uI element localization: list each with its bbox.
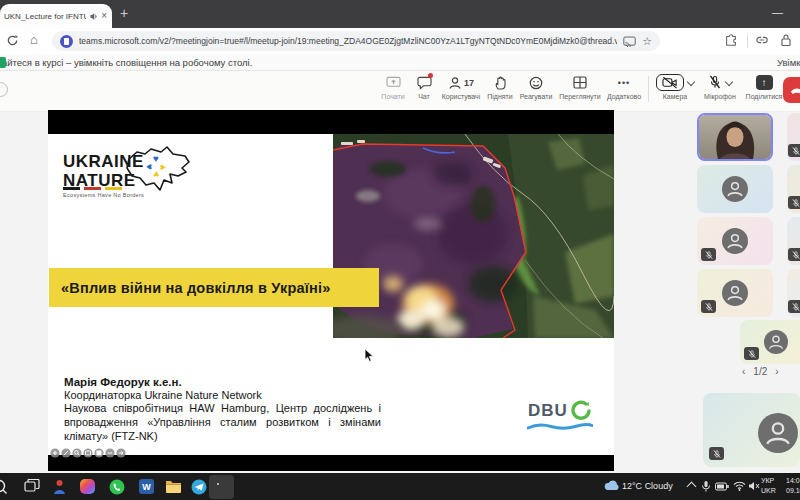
grid-view-icon: [573, 76, 587, 89]
slide-title-banner: «Вплив війни на довкілля в Україні»: [49, 268, 379, 307]
dbu-logo: DBU: [528, 400, 592, 422]
avatar-icon: [722, 228, 748, 254]
participant-video: [699, 115, 771, 159]
participant-tile[interactable]: [697, 165, 773, 213]
mic-muted-badge: [709, 447, 724, 460]
tab-title: UKN_Lecture for IFNTUNG: [4, 12, 86, 21]
notification-enable-button[interactable]: Увімк: [777, 57, 800, 68]
telegram-icon[interactable]: [191, 479, 207, 495]
raise-hand-icon: [494, 76, 507, 90]
dbu-text: DBU: [528, 401, 568, 421]
volume-muted-icon[interactable]: [748, 481, 760, 491]
tab-audio-icon[interactable]: [89, 12, 98, 21]
weather-text[interactable]: 12°C Cloudy: [622, 481, 673, 491]
notification-bar: айтеся в курсі – увімкніть сповіщення на…: [0, 54, 800, 71]
more-button[interactable]: ••• Додатково: [604, 74, 644, 100]
participant-tile[interactable]: [697, 217, 773, 265]
chat-button[interactable]: Чат: [410, 74, 438, 100]
weather-cloud-icon[interactable]: [604, 480, 620, 491]
toolbar-divider: [747, 34, 748, 48]
hangup-icon: [789, 84, 800, 96]
mic-muted-badge: [788, 196, 800, 209]
participant-tile-cut[interactable]: [787, 217, 800, 265]
home-icon[interactable]: ⌂: [30, 32, 38, 47]
copilot-icon[interactable]: [80, 479, 95, 494]
battery-icon[interactable]: [715, 482, 729, 491]
participant-tile-cut[interactable]: [787, 165, 800, 213]
whatsapp-icon[interactable]: [109, 479, 125, 495]
present-button[interactable]: Почати: [376, 74, 410, 100]
participant-tile[interactable]: [697, 269, 773, 317]
active-app-highlight: [209, 475, 234, 499]
presenter-toolbar[interactable]: [49, 447, 129, 459]
refresh-icon[interactable]: [6, 34, 19, 47]
pager-next-icon[interactable]: ›: [775, 366, 778, 377]
lock-icon[interactable]: [780, 33, 792, 47]
hangup-button[interactable]: [783, 77, 800, 103]
clover-heart-icon: ♥: [153, 154, 159, 164]
minimize-button[interactable]: —: [772, 6, 783, 18]
clover-heart-icon: ♥: [158, 164, 168, 170]
url-text[interactable]: teams.microsoft.com/v2/?meetingjoin=true…: [79, 36, 617, 46]
screen: UKN_Lecture for IFNTUNG × + — ⌂ teams.mi…: [0, 0, 800, 500]
satellite-image: [333, 134, 614, 338]
camera-tool-icon: [97, 451, 101, 455]
camera-button[interactable]: Камера: [653, 74, 697, 100]
language-top: УКР: [761, 476, 776, 486]
teams-controls: Почати Чат 17 Користувачі Підняти: [376, 74, 785, 102]
new-tab-button[interactable]: +: [120, 6, 128, 20]
view-button[interactable]: Переглянути: [556, 74, 604, 100]
logo-dashes: [63, 187, 122, 190]
person-app-icon[interactable]: [52, 479, 67, 495]
clock-time: 14:0: [786, 476, 800, 486]
file-explorer-icon[interactable]: [165, 479, 182, 493]
pager-page: 1/2: [753, 366, 767, 377]
avatar-icon: [722, 280, 748, 306]
avatar-icon: [764, 330, 788, 354]
weather-condition: Cloudy: [645, 481, 673, 491]
react-button[interactable]: Реагувати: [516, 74, 556, 100]
wifi-icon[interactable]: [733, 481, 746, 491]
speaker-info: Марія Федорук к.е.н. Координаторка Ukrai…: [64, 376, 381, 444]
speaker-role2: Наукова співробітниця HAW Hamburg, Центр…: [64, 402, 381, 444]
word-icon[interactable]: W: [139, 479, 154, 494]
raise-hand-button[interactable]: Підняти: [484, 74, 516, 100]
search-icon[interactable]: [0, 479, 8, 495]
mic-muted-badge: [788, 248, 800, 261]
language-bottom: UKR: [761, 486, 776, 496]
tray-mic-icon[interactable]: [701, 480, 711, 493]
camera-toggle[interactable]: [656, 74, 684, 91]
participants-pager: ‹ 1/2 ›: [742, 366, 779, 377]
participant-tile-cut[interactable]: [787, 113, 800, 161]
participant-tile-speaker[interactable]: [697, 113, 773, 161]
teams-site-icon: [60, 35, 73, 48]
mic-muted-badge: [701, 248, 716, 261]
mic-button[interactable]: Мікрофон: [697, 74, 743, 100]
camera-chevron-icon[interactable]: [687, 77, 695, 85]
cast-icon[interactable]: [623, 36, 636, 47]
participant-tile[interactable]: [740, 320, 800, 364]
extensions-icon[interactable]: [724, 33, 738, 47]
mic-muted-badge: [788, 144, 800, 157]
clover-heart-icon: ♥: [153, 169, 159, 179]
share-button[interactable]: ↑ Поділитися: [743, 74, 785, 100]
participant-tile-cut[interactable]: [787, 269, 800, 317]
task-view-icon[interactable]: [24, 479, 40, 494]
mic-muted-badge: [788, 300, 800, 313]
participants-button[interactable]: 17 Користувачі: [438, 74, 484, 100]
language-indicator[interactable]: УКР UKR: [761, 476, 776, 496]
speaker-name: Марія Федорук к.е.н.: [64, 376, 381, 388]
own-video-tile[interactable]: [703, 393, 800, 467]
clock[interactable]: 14:0 09.10.2: [786, 476, 800, 496]
share-icon: ↑: [756, 75, 773, 90]
address-bar[interactable]: teams.microsoft.com/v2/?meetingjoin=true…: [52, 31, 660, 51]
browser-tab[interactable]: UKN_Lecture for IFNTUNG ×: [0, 4, 112, 28]
pager-prev-icon[interactable]: ‹: [742, 366, 745, 377]
mic-chevron-icon[interactable]: [725, 77, 733, 85]
bookmark-star-icon[interactable]: ☆: [642, 36, 652, 47]
weather-temp: 12°C: [622, 481, 642, 491]
link-icon[interactable]: [755, 34, 769, 46]
more-icon: •••: [618, 74, 630, 91]
mic-off-icon: [708, 75, 722, 90]
tab-close-icon[interactable]: ×: [101, 11, 107, 21]
